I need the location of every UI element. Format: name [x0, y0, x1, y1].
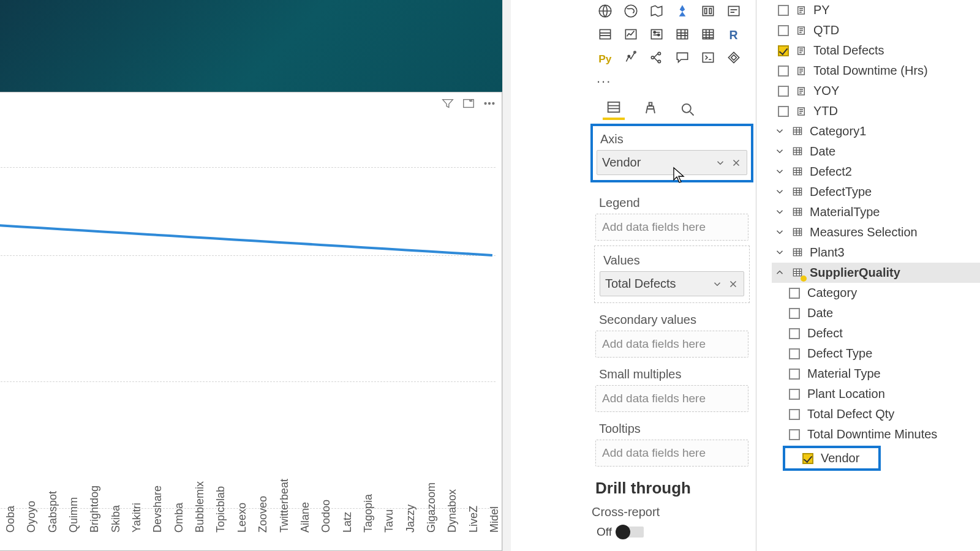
- checkbox[interactable]: [789, 389, 800, 400]
- column-material-type[interactable]: Material Type: [772, 364, 980, 384]
- svg-point-1: [484, 103, 486, 105]
- checkbox[interactable]: [802, 453, 813, 464]
- chevron-down-icon[interactable]: [774, 126, 786, 138]
- column-vendor[interactable]: Vendor: [783, 446, 881, 471]
- mouse-cursor: [673, 167, 685, 184]
- checkbox[interactable]: [789, 369, 800, 380]
- table-plant3[interactable]: Plant3: [772, 242, 980, 263]
- checkbox[interactable]: [789, 308, 800, 319]
- chevron-down-icon[interactable]: [715, 157, 726, 168]
- viz-key-influencers-icon[interactable]: [619, 47, 643, 69]
- viz-card-icon[interactable]: [722, 0, 746, 22]
- chevron-down-icon[interactable]: [774, 247, 786, 259]
- field-total-defects[interactable]: Total Defects: [772, 40, 980, 61]
- focus-mode-icon[interactable]: [461, 96, 476, 111]
- column-defect[interactable]: Defect: [772, 323, 980, 343]
- more-options-icon[interactable]: [482, 96, 497, 111]
- visualizations-pane: R Py ··· Axis Vendor: [588, 0, 756, 551]
- legend-dropwell[interactable]: Add data fields here: [595, 214, 748, 241]
- field-total-downtime-hrs-[interactable]: Total Downtime (Hrs): [772, 61, 980, 81]
- field-qtd[interactable]: QTD: [772, 20, 980, 40]
- remove-field-icon[interactable]: [728, 279, 739, 290]
- table-name: Measures Selection: [810, 225, 918, 239]
- chart-plot-area: OobaOyoyoGabspotQuimmBrightdogSkibaYakit…: [0, 117, 496, 538]
- x-axis-tick: Twitterbeat: [278, 522, 291, 533]
- viz-smart-narrative-icon[interactable]: [696, 47, 720, 69]
- checkbox[interactable]: [778, 5, 789, 16]
- table-measures-selection[interactable]: Measures Selection: [772, 222, 980, 242]
- line-chart-visual[interactable]: OobaOyoyoGabspotQuimmBrightdogSkibaYakit…: [0, 92, 502, 551]
- viz-gauge-icon[interactable]: [696, 0, 720, 22]
- analytics-tab[interactable]: [676, 98, 698, 120]
- table-defect2[interactable]: Defect2: [772, 162, 980, 182]
- table-date[interactable]: Date: [772, 141, 980, 162]
- tooltips-dropwell[interactable]: Add data fields here: [595, 440, 748, 467]
- values-field-name: Total Defects: [605, 277, 676, 291]
- svg-point-27: [682, 104, 691, 113]
- svg-rect-40: [793, 249, 801, 256]
- viz-shape-map-icon[interactable]: [644, 0, 669, 22]
- measure-icon: [795, 85, 807, 97]
- viz-matrix-icon[interactable]: [696, 23, 720, 45]
- svg-rect-41: [793, 269, 801, 276]
- values-field-pill[interactable]: Total Defects: [600, 271, 744, 296]
- remove-field-icon[interactable]: [731, 157, 742, 168]
- checkbox[interactable]: [789, 288, 800, 299]
- viz-globe-icon[interactable]: [593, 0, 617, 22]
- viz-decomp-tree-icon[interactable]: [644, 47, 669, 69]
- table-materialtype[interactable]: MaterialType: [772, 202, 980, 222]
- checkbox[interactable]: [789, 429, 800, 440]
- secondary-values-dropwell[interactable]: Add data fields here: [595, 331, 748, 358]
- svg-rect-37: [793, 188, 801, 195]
- checkbox[interactable]: [778, 106, 789, 117]
- chevron-down-icon[interactable]: [774, 206, 786, 219]
- viz-py-icon[interactable]: Py: [593, 47, 617, 69]
- viz-filled-map-icon[interactable]: [619, 0, 643, 22]
- table-category1[interactable]: Category1: [772, 121, 980, 141]
- viz-azure-map-icon[interactable]: [670, 0, 695, 22]
- field-yoy[interactable]: YOY: [772, 81, 980, 101]
- chevron-down-icon[interactable]: [774, 146, 786, 158]
- x-axis-tick: Topicblab: [214, 522, 227, 533]
- chevron-down-icon[interactable]: [712, 279, 723, 290]
- column-total-downtime-minutes[interactable]: Total Downtime Minutes: [772, 424, 980, 444]
- filter-icon[interactable]: [440, 96, 455, 111]
- svg-point-2: [489, 103, 491, 105]
- column-total-defect-qty[interactable]: Total Defect Qty: [772, 404, 980, 424]
- field-ytd[interactable]: YTD: [772, 101, 980, 121]
- format-tab[interactable]: [639, 98, 662, 120]
- column-date[interactable]: Date: [772, 303, 980, 323]
- viz-multirow-icon[interactable]: [593, 23, 617, 45]
- checkbox[interactable]: [778, 66, 789, 77]
- axis-field-pill[interactable]: Vendor: [597, 150, 747, 175]
- column-label: Total Defect Qty: [807, 407, 894, 421]
- chevron-down-icon[interactable]: [774, 186, 786, 198]
- viz-qna-icon[interactable]: [670, 47, 695, 69]
- table-icon: [791, 125, 805, 138]
- measure-icon: [795, 4, 807, 17]
- chevron-up-icon[interactable]: [774, 267, 786, 279]
- checkbox[interactable]: [789, 409, 800, 420]
- viz-slicer-icon[interactable]: [644, 23, 669, 45]
- checkbox[interactable]: [778, 45, 789, 56]
- cross-report-toggle[interactable]: [617, 527, 644, 538]
- table-supplierquality[interactable]: SupplierQuality: [772, 263, 980, 283]
- viz-paginated-icon[interactable]: [722, 47, 746, 69]
- table-defecttype[interactable]: DefectType: [772, 182, 980, 202]
- viz-kpi-icon[interactable]: [619, 23, 643, 45]
- viz-r-icon[interactable]: R: [722, 23, 746, 45]
- column-defect-type[interactable]: Defect Type: [772, 343, 980, 364]
- column-plant-location[interactable]: Plant Location: [772, 384, 980, 404]
- chevron-down-icon[interactable]: [774, 227, 786, 239]
- checkbox[interactable]: [778, 25, 789, 36]
- chevron-down-icon[interactable]: [774, 166, 786, 178]
- checkbox[interactable]: [789, 328, 800, 339]
- viz-table-icon[interactable]: [670, 23, 695, 45]
- field-py[interactable]: PY: [772, 0, 980, 20]
- checkbox[interactable]: [778, 86, 789, 97]
- small-multiples-dropwell[interactable]: Add data fields here: [595, 385, 748, 412]
- viz-more-ellipsis[interactable]: ···: [588, 72, 756, 94]
- column-category[interactable]: Category: [772, 283, 980, 303]
- fields-tab[interactable]: [603, 98, 625, 120]
- checkbox[interactable]: [789, 348, 800, 359]
